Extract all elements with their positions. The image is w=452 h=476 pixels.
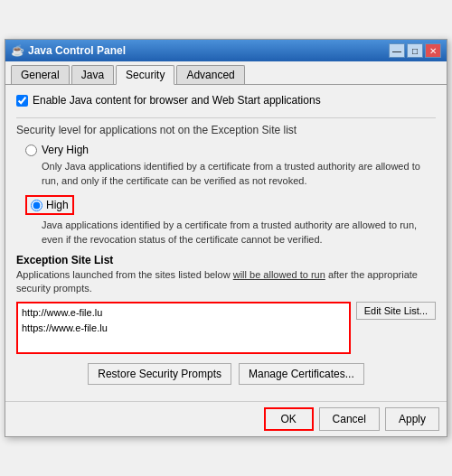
enable-java-label: Enable Java content for browser and Web … [33,94,321,107]
edit-site-list-button[interactable]: Edit Site List... [356,302,436,320]
exception-desc-underline: will be allowed to run [233,269,325,280]
very-high-radio[interactable] [25,145,37,156]
window-icon: ☕ [11,44,24,57]
exception-desc-before: Applications launched from the sites lis… [16,269,231,280]
ok-button[interactable]: OK [264,407,314,431]
java-control-panel-window: ☕ Java Control Panel — □ ✕ General Java … [5,39,447,436]
tab-bar: General Java Security Advanced [5,61,447,85]
very-high-label: Very High [42,144,89,156]
exception-title: Exception Site List [16,254,436,266]
final-buttons-row: OK Cancel Apply [5,401,447,436]
manage-certs-button[interactable]: Manage Certificates... [239,363,364,385]
tab-general[interactable]: General [11,65,70,84]
cancel-button[interactable]: Cancel [319,407,380,431]
apply-button[interactable]: Apply [385,407,439,431]
very-high-desc: Only Java applications identified by a c… [42,160,436,188]
high-row-highlighted: High [25,195,74,215]
minimize-button[interactable]: — [389,43,405,58]
top-divider [16,117,436,118]
enable-java-checkbox[interactable] [16,95,28,107]
exception-list-area: http://www.e-file.lu https://www.e-file.… [16,302,436,354]
tab-security[interactable]: Security [116,65,174,85]
high-radio[interactable] [31,200,42,211]
content-area: Enable Java content for browser and Web … [5,85,447,400]
title-bar-left: ☕ Java Control Panel [11,44,126,57]
exception-site-section: Exception Site List Applications launche… [16,254,436,354]
close-button[interactable]: ✕ [425,43,441,58]
security-options: Very High Only Java applications identif… [25,144,436,247]
very-high-row: Very High [25,144,436,156]
window-title: Java Control Panel [28,44,126,57]
high-desc: Java applications identified by a certif… [42,219,436,247]
site-entry-1: http://www.e-file.lu [22,305,345,322]
site-entry-2: https://www.e-file.lu [22,321,345,337]
exception-desc: Applications launched from the sites lis… [16,268,436,296]
restore-prompts-button[interactable]: Restore Security Prompts [88,363,231,385]
title-bar: ☕ Java Control Panel — □ ✕ [5,40,447,61]
tab-java[interactable]: Java [71,65,114,84]
security-level-title: Security level for applications not on t… [16,124,436,136]
site-list-box[interactable]: http://www.e-file.lu https://www.e-file.… [16,302,351,354]
high-label: High [46,199,69,211]
tab-advanced[interactable]: Advanced [176,65,244,84]
enable-java-row: Enable Java content for browser and Web … [16,94,436,107]
maximize-button[interactable]: □ [407,43,423,58]
security-buttons-row: Restore Security Prompts Manage Certific… [16,363,436,385]
title-controls: — □ ✕ [389,43,441,58]
